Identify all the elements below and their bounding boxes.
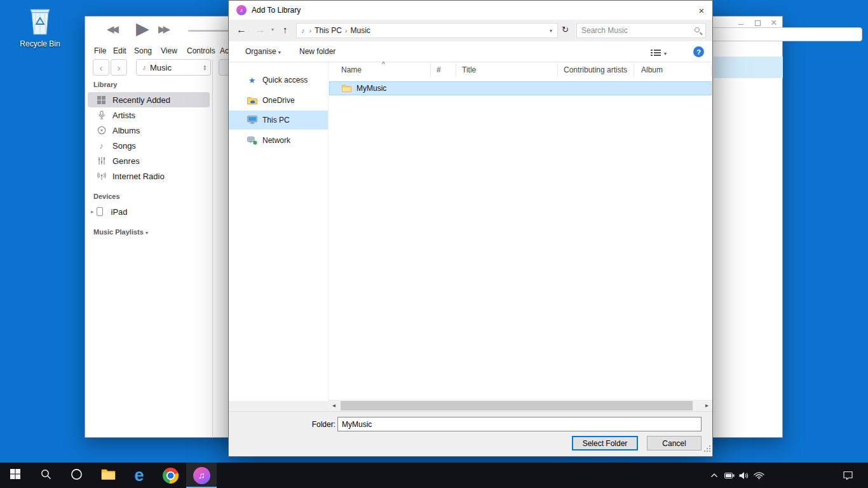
- sidebar-item-recently-added[interactable]: Recently Added: [88, 92, 210, 107]
- chrome-button[interactable]: [155, 463, 186, 488]
- folder-icon: [342, 85, 351, 92]
- nav-this-pc[interactable]: This PC: [229, 111, 328, 130]
- cancel-button[interactable]: Cancel: [647, 436, 702, 451]
- menu-view[interactable]: View: [161, 46, 177, 55]
- new-folder-button[interactable]: New folder: [299, 41, 336, 62]
- file-row-mymusic[interactable]: MyMusic: [329, 81, 712, 95]
- onedrive-folder-icon: [247, 97, 257, 105]
- column-album[interactable]: Album: [641, 65, 663, 74]
- nav-network[interactable]: Network: [229, 131, 328, 150]
- view-options-button[interactable]: ▾: [651, 48, 667, 59]
- itunes-search-field[interactable]: [694, 27, 862, 41]
- organise-menu-button[interactable]: Organise▾: [245, 41, 281, 63]
- column-title[interactable]: Title: [462, 65, 476, 74]
- volume-icon[interactable]: [736, 463, 751, 488]
- itunes-app-icon: ♪: [236, 5, 247, 15]
- chevron-right-icon: ›: [118, 62, 121, 73]
- dialog-nav-pane: ★ Quick access OneDrive This PC Network: [229, 62, 328, 401]
- edge-browser-button[interactable]: e: [124, 463, 154, 488]
- dialog-back-button[interactable]: ←: [236, 24, 247, 36]
- menu-edit[interactable]: Edit: [113, 46, 126, 55]
- command-bar: Organise▾ New folder ▾ ?: [229, 41, 712, 62]
- fast-forward-button[interactable]: ▶▶: [158, 24, 168, 35]
- address-dropdown-icon[interactable]: ▾: [550, 28, 552, 34]
- sidebar-item-artists[interactable]: Artists: [88, 107, 210, 123]
- volume-slider[interactable]: [188, 30, 229, 32]
- playlists-section-header[interactable]: Music Playlists ▾: [93, 228, 148, 236]
- search-icon: [695, 27, 700, 32]
- scroll-right-button[interactable]: ►: [702, 400, 712, 411]
- windows-logo-icon: [10, 469, 20, 482]
- scrollbar-thumb[interactable]: [341, 401, 693, 410]
- maximize-icon[interactable]: [755, 20, 761, 26]
- devices-section-header: Devices: [93, 193, 120, 200]
- dialog-close-button[interactable]: ×: [691, 1, 712, 20]
- play-button[interactable]: ▶: [136, 18, 149, 39]
- menu-song[interactable]: Song: [134, 46, 152, 55]
- dialog-titlebar[interactable]: ♪ Add To Library ×: [229, 1, 712, 20]
- chevron-down-icon: ▾: [278, 50, 281, 55]
- music-note-icon: ♪: [301, 27, 305, 34]
- dialog-forward-button[interactable]: →: [255, 24, 266, 36]
- itunes-icon: ♫: [193, 467, 210, 484]
- breadcrumb-music[interactable]: Music: [351, 26, 370, 35]
- close-icon[interactable]: ×: [771, 18, 776, 27]
- recycle-bin-label: Recycle Bin: [19, 39, 61, 48]
- ipad-icon: [95, 207, 105, 216]
- scroll-left-button[interactable]: ◄: [329, 400, 339, 411]
- itunes-forward-button[interactable]: ›: [111, 59, 127, 76]
- minimize-icon[interactable]: –: [738, 19, 743, 28]
- music-note-icon: ♪: [142, 63, 146, 72]
- list-view-icon: [651, 48, 661, 59]
- start-button[interactable]: [0, 463, 31, 488]
- star-icon: ★: [247, 76, 257, 85]
- sidebar-item-genres[interactable]: Genres: [88, 153, 210, 168]
- help-button[interactable]: ?: [693, 46, 704, 57]
- recycle-bin-image: [27, 27, 53, 37]
- nav-quick-access[interactable]: ★ Quick access: [229, 71, 328, 90]
- file-explorer-button[interactable]: [93, 463, 123, 488]
- tray-chevron-up-icon[interactable]: [707, 463, 722, 488]
- recycle-bin-icon[interactable]: Recycle Bin: [19, 5, 61, 48]
- column-contributing-artists[interactable]: Contributing artists: [564, 65, 627, 74]
- rewind-button[interactable]: ◀◀: [107, 24, 116, 35]
- folder-input[interactable]: [337, 417, 702, 431]
- sidebar-item-internet-radio[interactable]: Internet Radio: [88, 168, 210, 184]
- sidebar-item-ipad[interactable]: ▸ iPad: [88, 204, 210, 219]
- battery-icon[interactable]: [722, 463, 737, 488]
- column-name[interactable]: Name: [341, 65, 362, 74]
- resize-grip[interactable]: [704, 444, 711, 455]
- add-to-library-dialog: ♪ Add To Library × ← → ▾ ↑ ♪ › This PC ›…: [228, 0, 713, 457]
- menu-controls[interactable]: Controls: [187, 46, 215, 55]
- horizontal-scrollbar[interactable]: ◄ ►: [329, 400, 712, 411]
- network-wifi-icon[interactable]: [751, 463, 766, 488]
- action-center-icon[interactable]: [840, 463, 855, 488]
- itunes-back-button[interactable]: ‹: [93, 59, 109, 76]
- refresh-button[interactable]: ↻: [562, 25, 569, 34]
- sidebar-item-songs[interactable]: ♪ Songs: [88, 138, 210, 153]
- recent-locations-dropdown-icon[interactable]: ▾: [271, 27, 274, 32]
- file-explorer-icon: [101, 468, 116, 482]
- dialog-up-button[interactable]: ↑: [283, 24, 288, 35]
- nav-onedrive[interactable]: OneDrive: [229, 91, 328, 110]
- media-kind-selector[interactable]: ♪ Music ▴▾: [136, 59, 211, 76]
- column-number[interactable]: #: [437, 65, 441, 74]
- address-bar[interactable]: ♪ › This PC › Music ▾: [296, 23, 558, 38]
- itunes-taskbar-button[interactable]: ♫: [186, 463, 217, 488]
- breadcrumb-this-pc[interactable]: This PC: [315, 26, 342, 35]
- expand-arrow-icon[interactable]: ▸: [91, 208, 94, 215]
- sidebar-item-albums[interactable]: Albums: [88, 123, 210, 138]
- cortana-button[interactable]: [61, 463, 92, 488]
- chrome-icon: [163, 468, 179, 484]
- microphone-icon: [96, 111, 107, 119]
- sort-ascending-icon: ^: [382, 61, 385, 68]
- edge-icon: e: [134, 467, 144, 484]
- taskbar: e ♫: [0, 463, 868, 488]
- menu-file[interactable]: File: [94, 46, 106, 55]
- taskbar-search-button[interactable]: [31, 463, 61, 488]
- select-folder-button[interactable]: Select Folder: [572, 436, 638, 451]
- file-name: MyMusic: [356, 84, 386, 93]
- chevron-right-icon: ›: [309, 27, 312, 34]
- folder-label: Folder:: [302, 420, 336, 429]
- search-input[interactable]: [581, 24, 688, 37]
